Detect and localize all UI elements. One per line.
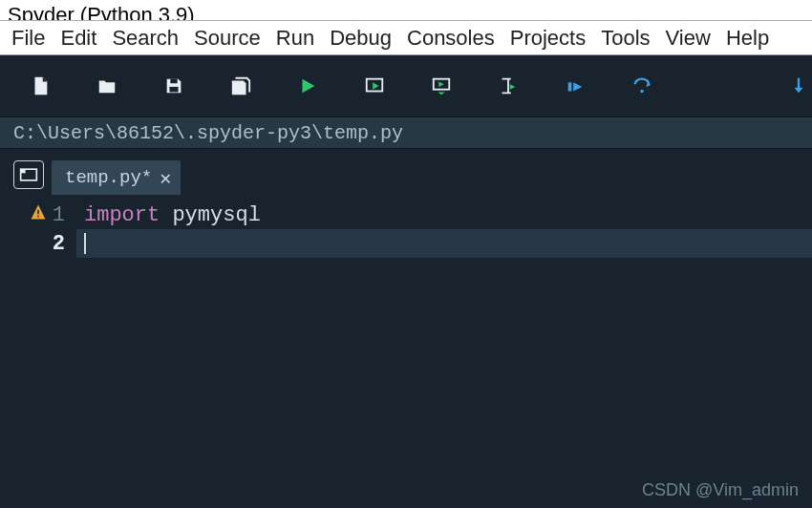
download-icon — [788, 75, 809, 96]
debug-step-icon — [631, 75, 652, 96]
svg-rect-4 — [568, 82, 572, 91]
browse-tabs-icon — [19, 167, 38, 182]
svg-point-5 — [640, 90, 644, 94]
tab-close-button[interactable]: ✕ — [160, 166, 171, 190]
titlebar: Spyder (Python 3.9) — [0, 0, 812, 21]
editor[interactable]: 1 2 import pymysql — [0, 195, 812, 508]
tabstrip: temp.py* ✕ — [0, 149, 812, 195]
debug-step-button[interactable] — [629, 73, 655, 99]
save-button[interactable] — [160, 73, 187, 99]
file-path: C:\Users\86152\.spyder-py3\temp.py — [13, 122, 403, 144]
code-area[interactable]: import pymysql — [76, 195, 812, 508]
menu-projects[interactable]: Projects — [504, 24, 591, 53]
menu-consoles[interactable]: Consoles — [401, 24, 501, 53]
token-ident: pymysql — [172, 203, 260, 227]
gutter-line-2: 2 — [0, 229, 76, 258]
svg-rect-8 — [37, 209, 39, 214]
debug-button[interactable] — [562, 73, 588, 99]
menu-file[interactable]: File — [6, 24, 51, 53]
open-folder-button[interactable] — [94, 73, 120, 99]
menu-tools[interactable]: Tools — [595, 24, 655, 53]
save-all-icon — [230, 75, 251, 96]
run-selection-icon — [498, 75, 519, 96]
menu-run[interactable]: Run — [270, 24, 320, 53]
menu-edit[interactable]: Edit — [54, 24, 102, 53]
tab-label: temp.py* — [65, 167, 152, 188]
new-file-button[interactable] — [27, 73, 53, 99]
run-cell-icon — [364, 75, 385, 96]
svg-rect-0 — [170, 79, 177, 84]
code-line-2[interactable] — [76, 229, 812, 258]
pathbar: C:\Users\86152\.spyder-py3\temp.py — [0, 116, 812, 149]
save-all-button[interactable] — [227, 73, 254, 99]
token-keyword: import — [84, 203, 172, 227]
line-number: 2 — [53, 232, 65, 256]
run-icon — [297, 75, 318, 96]
save-icon — [163, 75, 184, 96]
toolbar — [0, 55, 812, 116]
menu-search[interactable]: Search — [106, 24, 184, 53]
tab-temp-py[interactable]: temp.py* ✕ — [52, 160, 181, 195]
warning-icon — [30, 203, 47, 227]
svg-rect-1 — [169, 87, 178, 93]
menubar: File Edit Search Source Run Debug Consol… — [0, 21, 812, 55]
new-file-icon — [30, 75, 51, 96]
svg-rect-9 — [37, 215, 39, 217]
menu-source[interactable]: Source — [188, 24, 267, 53]
app-title: Spyder (Python 3.9) — [8, 3, 195, 21]
gutter: 1 2 — [0, 195, 76, 508]
open-folder-icon — [96, 75, 118, 96]
menu-debug[interactable]: Debug — [324, 24, 397, 53]
menu-view[interactable]: View — [660, 24, 716, 53]
code-line-1[interactable]: import pymysql — [76, 201, 812, 229]
debug-icon — [565, 75, 586, 96]
run-cell-button[interactable] — [361, 73, 388, 99]
menu-help[interactable]: Help — [720, 24, 775, 53]
line-number: 1 — [53, 203, 65, 227]
watermark: CSDN @Vim_admin — [642, 480, 799, 500]
run-cell-advance-icon — [431, 75, 452, 96]
download-button[interactable] — [785, 73, 812, 99]
run-selection-button[interactable] — [495, 73, 522, 99]
gutter-line-1: 1 — [0, 201, 76, 229]
browse-tabs-button[interactable] — [13, 160, 44, 189]
svg-rect-7 — [21, 169, 26, 173]
text-cursor — [84, 233, 86, 254]
run-button[interactable] — [294, 73, 321, 99]
run-cell-advance-button[interactable] — [428, 73, 455, 99]
